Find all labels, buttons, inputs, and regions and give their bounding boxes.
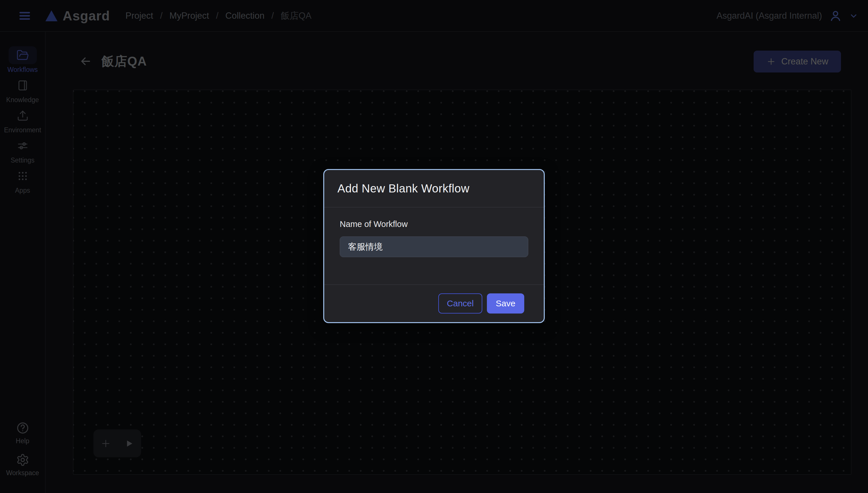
modal-title: Add New Blank Workflow	[338, 182, 470, 195]
modal-header: Add New Blank Workflow	[324, 170, 544, 207]
save-button[interactable]: Save	[487, 293, 524, 314]
add-workflow-modal: Add New Blank Workflow Name of Workflow …	[323, 169, 545, 323]
workflow-name-label: Name of Workflow	[340, 219, 528, 229]
workflow-name-input[interactable]	[340, 236, 528, 257]
modal-body: Name of Workflow	[324, 207, 544, 284]
cancel-button[interactable]: Cancel	[438, 293, 482, 314]
app-root: Asgard Project / MyProject / Collection …	[0, 0, 868, 493]
modal-footer: Cancel Save	[324, 284, 544, 322]
